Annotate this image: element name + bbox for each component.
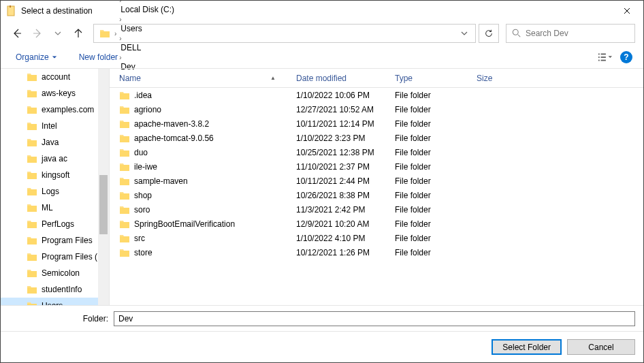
folder-icon bbox=[119, 162, 130, 172]
list-item[interactable]: apache-maven-3.8.210/11/2021 12:14 PMFil… bbox=[110, 116, 643, 131]
file-date: 1/10/2022 3:23 PM bbox=[296, 133, 395, 143]
tree-item-label: Java bbox=[42, 138, 59, 147]
search-box[interactable] bbox=[506, 24, 635, 43]
file-name: .idea bbox=[134, 91, 152, 100]
tree-item-label: Logs bbox=[42, 187, 59, 196]
folder-icon bbox=[27, 203, 37, 212]
chevron-right-icon: › bbox=[118, 0, 123, 4]
tree-item[interactable]: aws-keys bbox=[1, 85, 109, 101]
new-folder-button[interactable]: New folder bbox=[75, 50, 122, 65]
svg-rect-1 bbox=[10, 5, 11, 7]
chevron-right-icon: › bbox=[118, 16, 123, 23]
list-item[interactable]: store10/12/2021 1:26 PMFile folder bbox=[110, 245, 643, 259]
file-date: 10/25/2021 12:38 PM bbox=[296, 148, 395, 157]
file-date: 10/11/2021 2:44 PM bbox=[296, 176, 395, 186]
tree-item-label: kingsoft bbox=[42, 170, 69, 180]
file-name: agriono bbox=[134, 105, 161, 114]
tree-item[interactable]: Program Files bbox=[1, 232, 109, 249]
file-type: File folder bbox=[395, 119, 477, 129]
tree-item[interactable]: Semicolon bbox=[1, 265, 109, 281]
file-name: duo bbox=[134, 148, 148, 157]
folder-icon bbox=[119, 248, 130, 257]
tree-item[interactable]: Program Files ( bbox=[1, 249, 109, 265]
tree-item-label: Intel bbox=[42, 121, 57, 131]
folder-input[interactable] bbox=[114, 311, 635, 326]
tree-item[interactable]: java ac bbox=[1, 151, 109, 167]
tree-item[interactable]: kingsoft bbox=[1, 167, 109, 183]
chevron-down-icon bbox=[52, 54, 57, 60]
tree-item[interactable]: account bbox=[1, 69, 109, 85]
breadcrumb-item[interactable]: Local Disk (C:) bbox=[118, 5, 177, 14]
refresh-icon bbox=[484, 29, 494, 38]
organize-label: Organize bbox=[16, 52, 49, 62]
list-item[interactable]: agriono12/27/2021 10:52 AMFile folder bbox=[110, 102, 643, 116]
up-button[interactable] bbox=[70, 25, 86, 42]
folder-icon bbox=[119, 119, 130, 129]
file-date: 10/12/2021 1:26 PM bbox=[296, 248, 395, 257]
refresh-button[interactable] bbox=[479, 24, 499, 43]
file-name: apache-maven-3.8.2 bbox=[134, 119, 209, 129]
view-icon bbox=[598, 52, 613, 63]
main-area: accountaws-keysexamples.comIntelJavajava… bbox=[1, 69, 643, 305]
tree-scroll-thumb[interactable] bbox=[99, 175, 108, 234]
view-options-button[interactable] bbox=[596, 49, 615, 65]
folder-icon bbox=[27, 138, 37, 147]
file-type: File folder bbox=[395, 219, 477, 229]
folder-icon bbox=[27, 285, 37, 294]
tree-item[interactable]: Users bbox=[1, 298, 109, 305]
new-folder-label: New folder bbox=[79, 52, 118, 62]
breadcrumb-item[interactable]: Users bbox=[118, 24, 177, 33]
list-item[interactable]: ile-iwe11/10/2021 2:37 PMFile folder bbox=[110, 159, 643, 174]
tree-item[interactable]: PerfLogs bbox=[1, 216, 109, 232]
forward-button[interactable] bbox=[29, 25, 46, 42]
tree-item[interactable]: examples.com bbox=[1, 101, 109, 118]
tree-item[interactable]: Java bbox=[1, 134, 109, 151]
list-item[interactable]: duo10/25/2021 12:38 PMFile folder bbox=[110, 145, 643, 159]
chevron-right-icon: › bbox=[118, 35, 123, 42]
folder-icon bbox=[119, 176, 130, 186]
list-item[interactable]: src1/10/2022 4:10 PMFile folder bbox=[110, 231, 643, 245]
svg-rect-0 bbox=[7, 6, 14, 16]
column-header-size[interactable]: Size bbox=[477, 74, 524, 83]
file-date: 1/10/2022 4:10 PM bbox=[296, 234, 395, 243]
organize-menu[interactable]: Organize bbox=[12, 50, 61, 65]
chevron-down-icon bbox=[461, 30, 468, 37]
folder-icon bbox=[27, 187, 37, 196]
folder-icon bbox=[27, 219, 37, 229]
folder-tree[interactable]: accountaws-keysexamples.comIntelJavajava… bbox=[1, 69, 110, 305]
column-header-name[interactable]: Name▲ bbox=[119, 74, 296, 83]
tree-item-label: PerfLogs bbox=[42, 219, 74, 229]
folder-icon bbox=[27, 301, 37, 305]
search-input[interactable] bbox=[526, 29, 629, 38]
list-item[interactable]: apache-tomcat-9.0.561/10/2022 3:23 PMFil… bbox=[110, 131, 643, 145]
list-item[interactable]: shop10/26/2021 8:38 PMFile folder bbox=[110, 188, 643, 202]
file-name: sample-maven bbox=[134, 176, 188, 186]
help-button[interactable]: ? bbox=[620, 51, 632, 63]
help-icon: ? bbox=[624, 52, 628, 62]
back-button[interactable] bbox=[9, 25, 25, 42]
list-item[interactable]: .idea1/10/2022 10:06 PMFile folder bbox=[110, 88, 643, 102]
tree-item-label: java ac bbox=[42, 154, 67, 163]
tree-item[interactable]: studentInfo bbox=[1, 281, 109, 298]
folder-icon bbox=[99, 29, 110, 38]
tree-item[interactable]: Logs bbox=[1, 183, 109, 200]
list-item[interactable]: soro11/3/2021 2:42 PMFile folder bbox=[110, 202, 643, 217]
list-item[interactable]: SpringBootEmailVerification12/9/2021 10:… bbox=[110, 217, 643, 231]
tree-item[interactable]: Intel bbox=[1, 118, 109, 134]
folder-icon bbox=[119, 191, 130, 200]
arrow-left-icon bbox=[12, 28, 22, 39]
folder-label: Folder: bbox=[9, 314, 114, 323]
recent-dropdown[interactable] bbox=[50, 25, 66, 42]
select-folder-button[interactable]: Select Folder bbox=[492, 339, 562, 355]
tree-scrollbar[interactable] bbox=[98, 69, 109, 305]
address-bar[interactable]: › This PC›Local Disk (C:)›Users›DELL›Dev… bbox=[93, 24, 476, 43]
file-list[interactable]: .idea1/10/2022 10:06 PMFile folderagrion… bbox=[110, 88, 643, 305]
tree-item[interactable]: ML bbox=[1, 200, 109, 216]
column-header-type[interactable]: Type bbox=[395, 74, 477, 83]
close-button[interactable] bbox=[611, 1, 642, 21]
list-item[interactable]: sample-maven10/11/2021 2:44 PMFile folde… bbox=[110, 174, 643, 188]
sort-indicator-icon: ▲ bbox=[270, 75, 276, 81]
address-history-dropdown[interactable] bbox=[456, 25, 472, 42]
cancel-button[interactable]: Cancel bbox=[567, 339, 635, 355]
column-header-date[interactable]: Date modified bbox=[296, 74, 395, 83]
